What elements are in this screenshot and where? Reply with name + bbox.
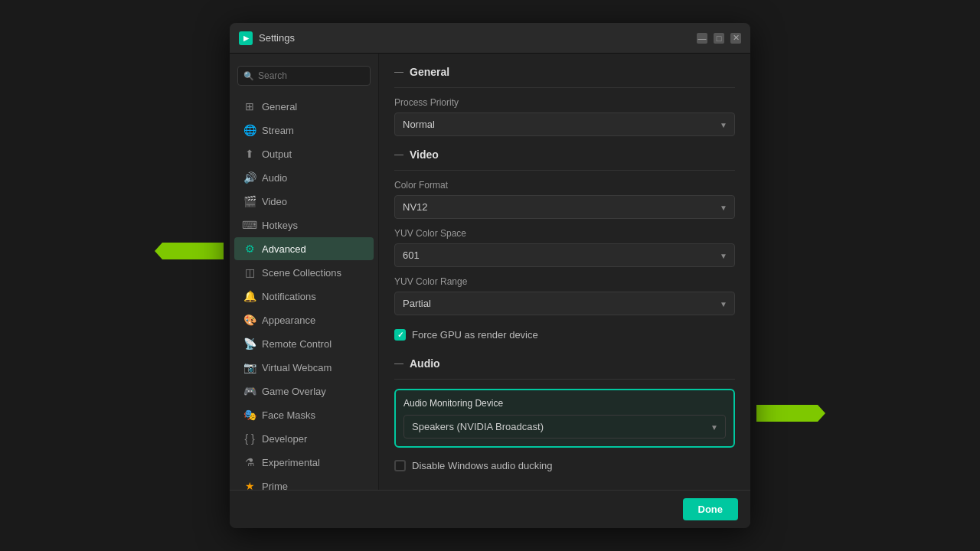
yuv-color-range-select-wrapper: Partial Full ▼ bbox=[394, 292, 735, 315]
sidebar-label-developer: Developer bbox=[262, 433, 307, 445]
window-title: Settings bbox=[259, 32, 697, 44]
general-collapse-icon[interactable]: — bbox=[394, 67, 403, 77]
sidebar-label-advanced: Advanced bbox=[262, 243, 306, 255]
window-controls: — □ ✕ bbox=[697, 33, 741, 44]
disable-ducking-row: Disable Windows audio ducking bbox=[394, 455, 735, 476]
yuv-color-space-label: YUV Color Space bbox=[394, 228, 735, 239]
process-priority-select[interactable]: Normal Above Normal High Real Time Below… bbox=[394, 112, 735, 136]
settings-window: ▶ Settings — □ ✕ 🔍 ⊞ General bbox=[230, 23, 750, 528]
sidebar-item-stream[interactable]: 🌐 Stream bbox=[234, 119, 374, 142]
bell-icon: 🔔 bbox=[243, 290, 256, 302]
app-icon: ▶ bbox=[239, 31, 253, 45]
star-icon: ★ bbox=[243, 480, 256, 490]
sidebar-item-advanced[interactable]: ⚙ Advanced bbox=[234, 237, 374, 260]
yuv-color-range-select[interactable]: Partial Full bbox=[394, 292, 735, 315]
search-container: 🔍 bbox=[230, 60, 378, 92]
webcam-icon: 📷 bbox=[243, 361, 256, 373]
sidebar-item-appearance[interactable]: 🎨 Appearance bbox=[234, 308, 374, 331]
general-section-title: General bbox=[410, 66, 449, 78]
output-icon: ⬆ bbox=[243, 148, 256, 160]
sidebar-item-hotkeys[interactable]: ⌨ Hotkeys bbox=[234, 214, 374, 236]
color-format-select[interactable]: NV12 I420 I444 RGB bbox=[394, 195, 735, 219]
sidebar-item-audio[interactable]: 🔊 Audio bbox=[234, 166, 374, 189]
yuv-color-space-field: YUV Color Space 601 709 sRGB ▼ bbox=[394, 228, 735, 267]
sidebar-item-remote-control[interactable]: 📡 Remote Control bbox=[234, 332, 374, 355]
left-arrow-indicator bbox=[155, 243, 224, 259]
process-priority-field: Process Priority Normal Above Normal Hig… bbox=[394, 97, 735, 136]
general-section-header: — General bbox=[394, 66, 735, 88]
sidebar-label-hotkeys: Hotkeys bbox=[262, 220, 298, 231]
sidebar-label-general: General bbox=[262, 101, 297, 112]
appearance-icon: 🎨 bbox=[243, 314, 256, 326]
yuv-color-space-select[interactable]: 601 709 sRGB bbox=[394, 243, 735, 267]
sidebar-label-appearance: Appearance bbox=[262, 315, 315, 326]
yuv-color-range-field: YUV Color Range Partial Full ▼ bbox=[394, 276, 735, 315]
audio-monitoring-device-label: Audio Monitoring Device bbox=[403, 398, 726, 409]
titlebar: ▶ Settings — □ ✕ bbox=[230, 23, 750, 54]
sidebar-label-stream: Stream bbox=[262, 125, 294, 136]
sidebar-item-video[interactable]: 🎬 Video bbox=[234, 190, 374, 213]
audio-monitoring-select[interactable]: Speakers (NVIDIA Broadcast) Default Head… bbox=[403, 415, 726, 439]
mask-icon: 🎭 bbox=[243, 409, 256, 421]
sidebar-label-virtual-webcam: Virtual Webcam bbox=[262, 362, 332, 373]
audio-section-title: Audio bbox=[410, 357, 440, 370]
color-format-label: Color Format bbox=[394, 180, 735, 191]
minimize-button[interactable]: — bbox=[697, 33, 707, 44]
done-button[interactable]: Done bbox=[683, 498, 739, 520]
code-icon: { } bbox=[243, 432, 256, 445]
sidebar-label-face-masks: Face Masks bbox=[262, 409, 315, 421]
sidebar-item-scene-collections[interactable]: ◫ Scene Collections bbox=[234, 261, 374, 284]
yuv-color-range-label: YUV Color Range bbox=[394, 276, 735, 287]
sidebar-item-developer[interactable]: { } Developer bbox=[234, 427, 374, 450]
video-collapse-icon[interactable]: — bbox=[394, 149, 403, 160]
sidebar-item-prime[interactable]: ★ Prime bbox=[234, 474, 374, 490]
layers-icon: ◫ bbox=[243, 266, 256, 279]
close-button[interactable]: ✕ bbox=[730, 33, 741, 44]
force-gpu-checkbox[interactable]: ✓ bbox=[394, 329, 406, 341]
sidebar-item-general[interactable]: ⊞ General bbox=[234, 95, 374, 118]
disable-ducking-checkbox[interactable] bbox=[394, 460, 406, 471]
force-gpu-row: ✓ Force GPU as render device bbox=[394, 324, 735, 345]
sidebar-item-face-masks[interactable]: 🎭 Face Masks bbox=[234, 403, 374, 426]
sidebar-item-game-overlay[interactable]: 🎮 Game Overlay bbox=[234, 380, 374, 403]
process-priority-select-wrapper: Normal Above Normal High Real Time Below… bbox=[394, 112, 735, 136]
sidebar-label-prime: Prime bbox=[262, 481, 288, 491]
force-gpu-label: Force GPU as render device bbox=[412, 329, 538, 341]
sidebar-item-notifications[interactable]: 🔔 Notifications bbox=[234, 285, 374, 308]
maximize-button[interactable]: □ bbox=[714, 33, 724, 44]
sidebar-label-game-overlay: Game Overlay bbox=[262, 386, 326, 397]
main-content: — General Process Priority Normal Above … bbox=[379, 54, 750, 490]
gear-icon: ⚙ bbox=[243, 243, 256, 255]
sidebar-label-experimental: Experimental bbox=[262, 457, 320, 468]
audio-monitoring-box: Audio Monitoring Device Speakers (NVIDIA… bbox=[394, 389, 735, 448]
video-section-title: Video bbox=[410, 148, 439, 161]
hotkeys-icon: ⌨ bbox=[243, 219, 256, 231]
video-icon: 🎬 bbox=[243, 195, 256, 207]
sidebar-label-output: Output bbox=[262, 148, 292, 160]
color-format-select-wrapper: NV12 I420 I444 RGB ▼ bbox=[394, 195, 735, 219]
sidebar: 🔍 ⊞ General 🌐 Stream ⬆ Output � bbox=[230, 54, 379, 490]
general-section: — General Process Priority Normal Above … bbox=[394, 66, 735, 136]
search-input[interactable] bbox=[237, 66, 371, 86]
sidebar-item-experimental[interactable]: ⚗ Experimental bbox=[234, 451, 374, 474]
color-format-field: Color Format NV12 I420 I444 RGB ▼ bbox=[394, 180, 735, 219]
globe-icon: 🌐 bbox=[243, 124, 256, 136]
remote-icon: 📡 bbox=[243, 337, 256, 350]
sidebar-label-audio: Audio bbox=[262, 172, 287, 184]
right-arrow-indicator bbox=[756, 405, 825, 422]
sidebar-label-scene-collections: Scene Collections bbox=[262, 267, 341, 279]
audio-collapse-icon[interactable]: — bbox=[394, 358, 403, 369]
sidebar-item-output[interactable]: ⬆ Output bbox=[234, 142, 374, 165]
flask-icon: ⚗ bbox=[243, 456, 256, 468]
process-priority-label: Process Priority bbox=[394, 97, 735, 108]
disable-ducking-label: Disable Windows audio ducking bbox=[412, 460, 553, 471]
audio-section: — Audio Audio Monitoring Device Speakers… bbox=[394, 357, 735, 476]
gamepad-icon: 🎮 bbox=[243, 385, 256, 397]
sidebar-item-virtual-webcam[interactable]: 📷 Virtual Webcam bbox=[234, 356, 374, 379]
audio-monitoring-select-wrapper: Speakers (NVIDIA Broadcast) Default Head… bbox=[403, 415, 726, 439]
sidebar-label-video: Video bbox=[262, 196, 287, 207]
grid-icon: ⊞ bbox=[243, 100, 256, 112]
sidebar-label-remote-control: Remote Control bbox=[262, 338, 332, 350]
speaker-icon: 🔊 bbox=[243, 171, 256, 184]
yuv-color-space-select-wrapper: 601 709 sRGB ▼ bbox=[394, 243, 735, 267]
